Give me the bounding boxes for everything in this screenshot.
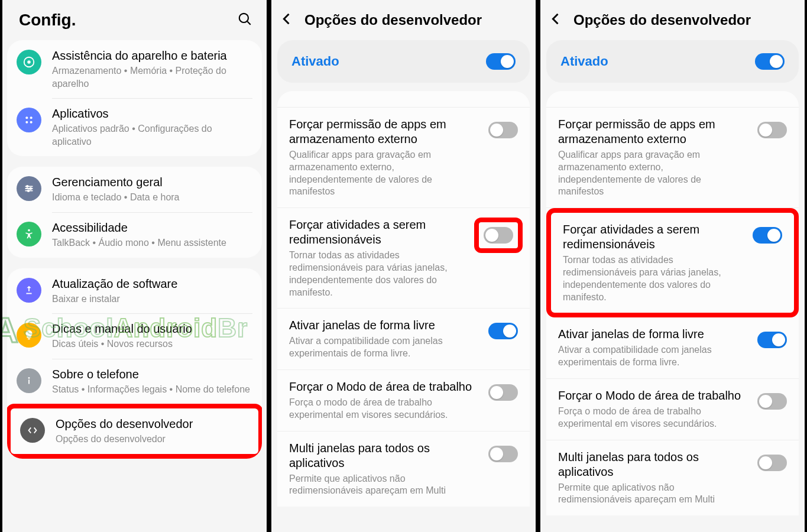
- freeform-windows-row[interactable]: Ativar janelas de forma livre Ativar a c…: [546, 317, 799, 379]
- dev-options-screen-before: Opções do desenvolvedor Ativado Forçar p…: [269, 0, 538, 532]
- opt-title: Ativar janelas de forma livre: [289, 318, 480, 333]
- master-toggle-row[interactable]: Ativado: [277, 40, 530, 83]
- developer-icon: [20, 418, 45, 443]
- row-title: Assistência do aparelho e bateria: [52, 48, 252, 63]
- developer-options-row[interactable]: Opções do desenvolvedor Opções do desenv…: [11, 408, 258, 454]
- master-toggle-row[interactable]: Ativado: [546, 40, 799, 83]
- row-sub: Opções do desenvolvedor: [56, 433, 249, 446]
- force-external-storage-row[interactable]: Forçar permissão de apps em armazenament…: [277, 108, 530, 208]
- multi-window-all-row[interactable]: Multi janelas para todos os aplicativos …: [277, 432, 530, 507]
- toggle-multi-window-all[interactable]: [757, 455, 787, 471]
- row-title: Acessibilidade: [52, 220, 252, 235]
- row-sub: Dicas úteis • Novos recursos: [52, 338, 252, 351]
- master-toggle-label: Ativado: [560, 54, 608, 69]
- opt-sub: Permite que aplicativos não redimensioná…: [558, 482, 749, 507]
- row-sub: TalkBack • Áudio mono • Menu assistente: [52, 236, 252, 249]
- desktop-mode-row[interactable]: Forçar o Modo de área de trabalho Força …: [546, 379, 799, 440]
- back-icon[interactable]: [278, 11, 295, 30]
- desktop-mode-row[interactable]: Forçar o Modo de área de trabalho Força …: [277, 370, 530, 432]
- device-care-row[interactable]: Assistência do aparelho e bateria Armaze…: [7, 40, 262, 98]
- dev-header-title: Opções do desenvolvedor: [304, 12, 482, 28]
- opt-title: Forçar atividades a serem redimensionáve…: [563, 222, 744, 252]
- tips-row[interactable]: Dicas e manual do usuário Dicas úteis • …: [7, 313, 262, 359]
- opt-title: Forçar permissão de apps em armazenament…: [289, 117, 480, 147]
- force-external-storage-row[interactable]: Forçar permissão de apps em armazenament…: [546, 108, 799, 208]
- back-icon[interactable]: [547, 11, 564, 30]
- row-sub: Idioma e teclado • Data e hora: [52, 191, 252, 204]
- lightbulb-icon: [17, 323, 41, 348]
- opt-sub: Ativar a compatibilidade com janelas exp…: [558, 344, 749, 369]
- svg-point-16: [28, 377, 30, 379]
- dev-header: Opções do desenvolvedor: [271, 0, 536, 40]
- accessibility-row[interactable]: Acessibilidade TalkBack • Áudio mono • M…: [7, 212, 262, 258]
- master-toggle-switch[interactable]: [486, 53, 516, 70]
- freeform-windows-row[interactable]: Ativar janelas de forma livre Ativar a c…: [277, 309, 530, 370]
- toggle-external-storage[interactable]: [488, 122, 518, 138]
- apps-icon: [17, 108, 41, 132]
- software-update-row[interactable]: Atualização de software Baixar e instala…: [7, 268, 262, 314]
- toggle-desktop-mode[interactable]: [757, 393, 787, 410]
- opt-sub: Tornar todas as atividades redimensionáv…: [563, 254, 744, 303]
- apps-row[interactable]: Aplicativos Aplicativos padrão • Configu…: [7, 98, 262, 156]
- settings-screen: Config. Assistência do aparelho e bateri…: [0, 0, 269, 532]
- settings-card-2: Gerenciamento geral Idioma e teclado • D…: [7, 167, 262, 257]
- info-icon: [17, 368, 41, 393]
- opt-sub: Qualificar apps para gravação em armazen…: [558, 149, 749, 198]
- settings-card-1: Assistência do aparelho e bateria Armaze…: [7, 40, 262, 156]
- toggle-force-resizable[interactable]: [753, 227, 782, 244]
- highlight-resizable-toggle: [474, 218, 523, 253]
- general-management-row[interactable]: Gerenciamento geral Idioma e teclado • D…: [7, 167, 262, 212]
- search-icon[interactable]: [237, 11, 252, 29]
- svg-point-5: [30, 117, 33, 119]
- toggle-freeform-windows[interactable]: [757, 332, 787, 348]
- svg-point-4: [25, 117, 28, 119]
- opt-sub: Qualificar apps para gravação em armazen…: [289, 149, 480, 198]
- svg-rect-17: [28, 379, 30, 384]
- opt-title: Ativar janelas de forma livre: [558, 327, 749, 342]
- opt-title: Multi janelas para todos os aplicativos: [558, 450, 749, 479]
- dev-options-list: Forçar permissão de apps em armazenament…: [546, 91, 799, 515]
- row-sub: Status • Informações legais • Nome do te…: [52, 383, 252, 396]
- settings-card-3: Atualização de software Baixar e instala…: [7, 268, 262, 459]
- row-title: Aplicativos: [52, 106, 252, 121]
- row-sub: Baixar e instalar: [52, 293, 252, 306]
- opt-title: Forçar atividades a serem redimensionáve…: [289, 218, 471, 247]
- settings-header: Config.: [2, 0, 267, 40]
- opt-sub: Permite que aplicativos não redimensioná…: [289, 473, 480, 498]
- svg-point-13: [28, 190, 30, 192]
- svg-point-7: [30, 121, 33, 124]
- opt-sub: Tornar todas as atividades redimensionáv…: [289, 249, 471, 299]
- toggle-external-storage[interactable]: [757, 122, 787, 138]
- svg-point-0: [239, 14, 248, 22]
- row-title: Opções do desenvolvedor: [56, 417, 249, 432]
- dev-header: Opções do desenvolvedor: [540, 0, 805, 40]
- opt-sub: Força o modo de área de trabalho experim…: [289, 397, 480, 421]
- opt-sub: Força o modo de área de trabalho experim…: [558, 406, 749, 430]
- toggle-multi-window-all[interactable]: [488, 446, 518, 462]
- multi-window-all-row[interactable]: Multi janelas para todos os aplicativos …: [546, 440, 799, 516]
- about-phone-row[interactable]: Sobre o telefone Status • Informações le…: [7, 359, 262, 404]
- dev-header-title: Opções do desenvolvedor: [573, 12, 751, 28]
- dev-options-screen-after: Opções do desenvolvedor Ativado Forçar p…: [538, 0, 807, 532]
- master-toggle-switch[interactable]: [755, 53, 785, 70]
- device-care-icon: [17, 50, 41, 74]
- svg-line-1: [247, 21, 250, 24]
- svg-rect-15: [26, 293, 31, 294]
- opt-title: Multi janelas para todos os aplicativos: [289, 441, 480, 471]
- highlight-developer-options: Opções do desenvolvedor Opções do desenv…: [7, 404, 262, 459]
- row-title: Dicas e manual do usuário: [52, 322, 252, 336]
- toggle-force-resizable[interactable]: [484, 227, 513, 244]
- svg-point-14: [28, 229, 30, 232]
- update-icon: [17, 278, 41, 303]
- force-resizable-row[interactable]: Forçar atividades a serem redimensionáve…: [551, 213, 794, 313]
- svg-point-12: [30, 188, 31, 190]
- force-resizable-row[interactable]: Forçar atividades a serem redimensionáve…: [277, 208, 530, 309]
- opt-title: Forçar o Modo de área de trabalho: [558, 388, 749, 403]
- toggle-freeform-windows[interactable]: [488, 323, 518, 339]
- svg-point-11: [27, 186, 28, 187]
- toggle-desktop-mode[interactable]: [488, 384, 518, 401]
- highlight-resizable-row: Forçar atividades a serem redimensionáve…: [546, 208, 799, 317]
- svg-point-6: [25, 121, 28, 124]
- row-sub: Aplicativos padrão • Configurações do ap…: [52, 122, 252, 148]
- row-title: Atualização de software: [52, 277, 252, 291]
